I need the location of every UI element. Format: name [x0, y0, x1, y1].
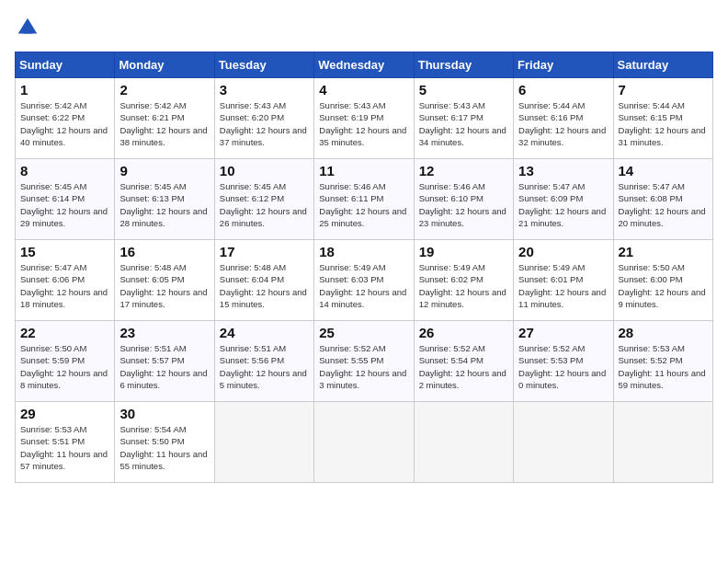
- day-number: 2: [119, 82, 209, 98]
- week-row-1: 1 Sunrise: 5:42 AM Sunset: 6:22 PM Dayli…: [16, 78, 713, 159]
- day-number: 15: [20, 244, 109, 259]
- weekday-header-saturday: Saturday: [613, 52, 712, 78]
- day-info: Sunrise: 5:54 AM Sunset: 5:50 PM Dayligh…: [119, 423, 209, 472]
- day-cell-25: 25 Sunrise: 5:52 AM Sunset: 5:55 PM Dayl…: [314, 321, 414, 402]
- logo-icon: [15, 15, 40, 40]
- page-header: [15, 15, 713, 40]
- day-info: Sunrise: 5:47 AM Sunset: 6:08 PM Dayligh…: [619, 180, 708, 229]
- day-info: Sunrise: 5:49 AM Sunset: 6:03 PM Dayligh…: [319, 261, 408, 310]
- day-info: Sunrise: 5:42 AM Sunset: 6:21 PM Dayligh…: [119, 99, 209, 148]
- day-cell-18: 18 Sunrise: 5:49 AM Sunset: 6:03 PM Dayl…: [314, 240, 414, 321]
- day-number: 6: [518, 82, 608, 98]
- day-number: 11: [319, 163, 408, 178]
- day-cell-1: 1 Sunrise: 5:42 AM Sunset: 6:22 PM Dayli…: [16, 78, 115, 159]
- day-info: Sunrise: 5:53 AM Sunset: 5:51 PM Dayligh…: [20, 423, 109, 472]
- day-info: Sunrise: 5:43 AM Sunset: 6:19 PM Dayligh…: [319, 99, 408, 148]
- day-number: 13: [518, 163, 608, 178]
- day-info: Sunrise: 5:50 AM Sunset: 6:00 PM Dayligh…: [619, 261, 708, 310]
- weekday-header-wednesday: Wednesday: [314, 52, 414, 78]
- day-number: 10: [220, 163, 309, 178]
- logo: [15, 15, 44, 40]
- day-info: Sunrise: 5:43 AM Sunset: 6:17 PM Dayligh…: [419, 99, 508, 148]
- day-info: Sunrise: 5:43 AM Sunset: 6:20 PM Dayligh…: [220, 99, 309, 148]
- day-cell-6: 6 Sunrise: 5:44 AM Sunset: 6:16 PM Dayli…: [514, 78, 613, 159]
- day-cell-4: 4 Sunrise: 5:43 AM Sunset: 6:19 PM Dayli…: [314, 78, 414, 159]
- day-cell-10: 10 Sunrise: 5:45 AM Sunset: 6:12 PM Dayl…: [214, 159, 313, 240]
- day-info: Sunrise: 5:51 AM Sunset: 5:56 PM Dayligh…: [220, 342, 309, 391]
- empty-cell: [613, 402, 712, 483]
- day-number: 25: [319, 325, 408, 340]
- day-cell-30: 30 Sunrise: 5:54 AM Sunset: 5:50 PM Dayl…: [115, 402, 214, 483]
- day-info: Sunrise: 5:46 AM Sunset: 6:10 PM Dayligh…: [419, 180, 508, 229]
- weekday-header-tuesday: Tuesday: [214, 52, 313, 78]
- day-cell-13: 13 Sunrise: 5:47 AM Sunset: 6:09 PM Dayl…: [514, 159, 613, 240]
- day-info: Sunrise: 5:48 AM Sunset: 6:05 PM Dayligh…: [119, 261, 209, 310]
- day-info: Sunrise: 5:52 AM Sunset: 5:53 PM Dayligh…: [518, 342, 608, 391]
- day-cell-24: 24 Sunrise: 5:51 AM Sunset: 5:56 PM Dayl…: [214, 321, 313, 402]
- day-number: 21: [619, 244, 708, 259]
- day-cell-23: 23 Sunrise: 5:51 AM Sunset: 5:57 PM Dayl…: [115, 321, 214, 402]
- empty-cell: [414, 402, 513, 483]
- weekday-header-thursday: Thursday: [414, 52, 513, 78]
- day-number: 28: [619, 325, 708, 340]
- day-cell-26: 26 Sunrise: 5:52 AM Sunset: 5:54 PM Dayl…: [414, 321, 513, 402]
- day-info: Sunrise: 5:45 AM Sunset: 6:14 PM Dayligh…: [20, 180, 109, 229]
- day-info: Sunrise: 5:52 AM Sunset: 5:55 PM Dayligh…: [319, 342, 408, 391]
- day-number: 8: [20, 163, 109, 178]
- day-info: Sunrise: 5:49 AM Sunset: 6:02 PM Dayligh…: [419, 261, 508, 310]
- weekday-header-friday: Friday: [514, 52, 613, 78]
- empty-cell: [214, 402, 313, 483]
- day-info: Sunrise: 5:42 AM Sunset: 6:22 PM Dayligh…: [20, 99, 109, 148]
- day-info: Sunrise: 5:45 AM Sunset: 6:12 PM Dayligh…: [220, 180, 309, 229]
- day-number: 12: [419, 163, 508, 178]
- day-number: 9: [119, 163, 209, 178]
- day-number: 1: [20, 82, 109, 98]
- weekday-header-sunday: Sunday: [16, 52, 115, 78]
- day-info: Sunrise: 5:53 AM Sunset: 5:52 PM Dayligh…: [619, 342, 708, 391]
- day-cell-15: 15 Sunrise: 5:47 AM Sunset: 6:06 PM Dayl…: [16, 240, 115, 321]
- day-info: Sunrise: 5:48 AM Sunset: 6:04 PM Dayligh…: [220, 261, 309, 310]
- empty-cell: [514, 402, 613, 483]
- day-number: 14: [619, 163, 708, 178]
- day-cell-5: 5 Sunrise: 5:43 AM Sunset: 6:17 PM Dayli…: [414, 78, 513, 159]
- empty-cell: [314, 402, 414, 483]
- day-number: 20: [518, 244, 608, 259]
- day-info: Sunrise: 5:50 AM Sunset: 5:59 PM Dayligh…: [20, 342, 109, 391]
- day-info: Sunrise: 5:47 AM Sunset: 6:09 PM Dayligh…: [518, 180, 608, 229]
- day-cell-20: 20 Sunrise: 5:49 AM Sunset: 6:01 PM Dayl…: [514, 240, 613, 321]
- day-info: Sunrise: 5:52 AM Sunset: 5:54 PM Dayligh…: [419, 342, 508, 391]
- day-number: 17: [220, 244, 309, 259]
- day-info: Sunrise: 5:49 AM Sunset: 6:01 PM Dayligh…: [518, 261, 608, 310]
- day-info: Sunrise: 5:44 AM Sunset: 6:16 PM Dayligh…: [518, 99, 608, 148]
- day-cell-9: 9 Sunrise: 5:45 AM Sunset: 6:13 PM Dayli…: [115, 159, 214, 240]
- day-info: Sunrise: 5:45 AM Sunset: 6:13 PM Dayligh…: [119, 180, 209, 229]
- week-row-2: 8 Sunrise: 5:45 AM Sunset: 6:14 PM Dayli…: [16, 159, 713, 240]
- day-number: 23: [119, 325, 209, 340]
- day-cell-11: 11 Sunrise: 5:46 AM Sunset: 6:11 PM Dayl…: [314, 159, 414, 240]
- day-number: 5: [419, 82, 508, 98]
- day-cell-19: 19 Sunrise: 5:49 AM Sunset: 6:02 PM Dayl…: [414, 240, 513, 321]
- day-cell-8: 8 Sunrise: 5:45 AM Sunset: 6:14 PM Dayli…: [16, 159, 115, 240]
- day-number: 7: [619, 82, 708, 98]
- day-cell-3: 3 Sunrise: 5:43 AM Sunset: 6:20 PM Dayli…: [214, 78, 313, 159]
- day-number: 19: [419, 244, 508, 259]
- day-number: 4: [319, 82, 408, 98]
- day-cell-27: 27 Sunrise: 5:52 AM Sunset: 5:53 PM Dayl…: [514, 321, 613, 402]
- day-number: 3: [220, 82, 309, 98]
- day-cell-28: 28 Sunrise: 5:53 AM Sunset: 5:52 PM Dayl…: [613, 321, 712, 402]
- day-cell-17: 17 Sunrise: 5:48 AM Sunset: 6:04 PM Dayl…: [214, 240, 313, 321]
- day-cell-12: 12 Sunrise: 5:46 AM Sunset: 6:10 PM Dayl…: [414, 159, 513, 240]
- day-number: 22: [20, 325, 109, 340]
- weekday-header-monday: Monday: [115, 52, 214, 78]
- day-number: 16: [119, 244, 209, 259]
- day-cell-22: 22 Sunrise: 5:50 AM Sunset: 5:59 PM Dayl…: [16, 321, 115, 402]
- day-number: 18: [319, 244, 408, 259]
- day-cell-29: 29 Sunrise: 5:53 AM Sunset: 5:51 PM Dayl…: [16, 402, 115, 483]
- day-number: 26: [419, 325, 508, 340]
- day-number: 30: [119, 406, 209, 421]
- day-cell-21: 21 Sunrise: 5:50 AM Sunset: 6:00 PM Dayl…: [613, 240, 712, 321]
- day-cell-14: 14 Sunrise: 5:47 AM Sunset: 6:08 PM Dayl…: [613, 159, 712, 240]
- week-row-5: 29 Sunrise: 5:53 AM Sunset: 5:51 PM Dayl…: [16, 402, 713, 483]
- day-cell-2: 2 Sunrise: 5:42 AM Sunset: 6:21 PM Dayli…: [115, 78, 214, 159]
- week-row-4: 22 Sunrise: 5:50 AM Sunset: 5:59 PM Dayl…: [16, 321, 713, 402]
